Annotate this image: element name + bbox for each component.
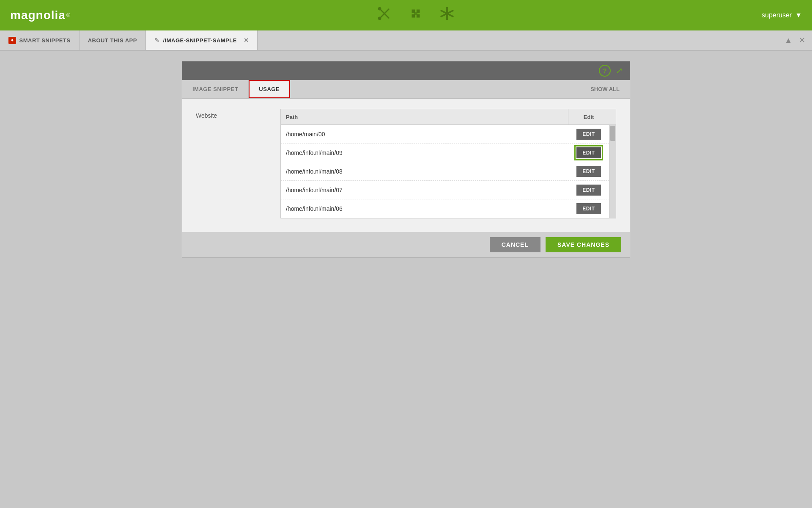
tab-about-this-app[interactable]: ABOUT THIS APP xyxy=(80,30,146,50)
top-bar: magnolia® xyxy=(0,0,812,30)
table-row: /home/info.nl/main/08 EDIT xyxy=(281,162,609,181)
tab-smart-snippets-label: SMART SNIPPETS xyxy=(19,37,71,44)
table-rows-container: /home/main/00 EDIT /home/info.nl/main/09… xyxy=(280,125,616,218)
table-section: Website Path Edit xyxy=(196,109,616,218)
collapse-icon[interactable]: ▲ xyxy=(785,36,792,45)
user-area[interactable]: superuser ▼ xyxy=(762,11,802,19)
edit-button-3[interactable]: EDIT xyxy=(576,185,601,196)
table-row: /home/main/00 EDIT xyxy=(281,125,609,144)
logo: magnolia® xyxy=(10,8,70,22)
form-footer: CANCEL SAVE CHANGES xyxy=(182,232,630,257)
logo-text: magnolia xyxy=(10,8,66,22)
tab-image-snippet-sample[interactable]: ✎ /IMAGE-SNIPPET-SAMPLE ✕ xyxy=(146,30,258,50)
logo-reg: ® xyxy=(66,12,70,18)
row-edit-cell-3: EDIT xyxy=(572,185,606,196)
table-container: Path Edit /home/main/00 xyxy=(280,109,616,218)
help-icon[interactable]: ? xyxy=(599,65,611,77)
tab-smart-snippets[interactable]: ✦ SMART SNIPPETS xyxy=(0,30,80,50)
edit-button-1[interactable]: EDIT xyxy=(576,147,601,158)
row-path-1: /home/info.nl/main/09 xyxy=(284,149,572,156)
tab-bar: ✦ SMART SNIPPETS ABOUT THIS APP ✎ /IMAGE… xyxy=(0,30,812,51)
row-edit-cell-2: EDIT xyxy=(572,166,606,177)
top-icons xyxy=(376,6,455,25)
tab-bar-actions: ▲ ✕ xyxy=(785,30,812,50)
inner-tab-bar: IMAGE SNIPPET USAGE SHOW ALL xyxy=(182,80,630,99)
pattern-icon[interactable] xyxy=(408,6,424,25)
table-rows: /home/main/00 EDIT /home/info.nl/main/09… xyxy=(281,125,609,218)
table-row: /home/info.nl/main/06 EDIT xyxy=(281,199,609,218)
table-website-label: Website xyxy=(196,109,280,218)
form-panel: ? ⤢ IMAGE SNIPPET USAGE SHOW ALL Website xyxy=(182,61,630,258)
tab-image-snippet[interactable]: IMAGE SNIPPET xyxy=(182,80,249,98)
pencil-icon: ✎ xyxy=(154,37,160,44)
user-dropdown-arrow: ▼ xyxy=(795,11,802,19)
save-changes-button[interactable]: SAVE CHANGES xyxy=(546,237,621,252)
username: superuser xyxy=(762,11,792,19)
row-edit-cell-4: EDIT xyxy=(572,203,606,214)
tab-show-all[interactable]: SHOW ALL xyxy=(580,80,630,98)
edit-button-2[interactable]: EDIT xyxy=(576,166,601,177)
panel-header: ? ⤢ xyxy=(182,61,630,80)
close-all-icon[interactable]: ✕ xyxy=(799,36,805,45)
table-row: /home/info.nl/main/07 EDIT xyxy=(281,181,609,199)
panel-content: Website Path Edit xyxy=(182,99,630,232)
expand-icon[interactable]: ⤢ xyxy=(616,66,623,76)
asterisk-icon[interactable] xyxy=(439,6,455,25)
tab-image-snippet-label: /IMAGE-SNIPPET-SAMPLE xyxy=(163,37,236,44)
scrollbar-thumb[interactable] xyxy=(610,126,615,141)
table-row: /home/info.nl/main/09 EDIT xyxy=(281,144,609,162)
tab-close-icon[interactable]: ✕ xyxy=(244,37,249,44)
row-edit-cell-0: EDIT xyxy=(572,129,606,140)
row-path-2: /home/info.nl/main/08 xyxy=(284,168,572,175)
tab-usage[interactable]: USAGE xyxy=(249,80,290,98)
table-scrollbar[interactable] xyxy=(609,125,616,218)
row-path-3: /home/info.nl/main/07 xyxy=(284,187,572,193)
tab-about-label: ABOUT THIS APP xyxy=(88,37,137,44)
snippets-tag-icon: ✦ xyxy=(8,37,16,44)
edit-button-0[interactable]: EDIT xyxy=(576,129,601,140)
svg-point-0 xyxy=(378,7,381,11)
row-path-0: /home/main/00 xyxy=(284,131,572,138)
scissors-icon[interactable] xyxy=(376,6,392,25)
edit-column-header: Edit xyxy=(584,114,594,120)
cancel-button[interactable]: CANCEL xyxy=(490,237,540,252)
row-path-4: /home/info.nl/main/06 xyxy=(284,205,572,212)
path-column-header: Path xyxy=(286,114,298,120)
svg-rect-6 xyxy=(414,12,418,15)
row-edit-cell-1: EDIT xyxy=(572,147,606,158)
svg-point-1 xyxy=(378,17,381,20)
main-area: ? ⤢ IMAGE SNIPPET USAGE SHOW ALL Website xyxy=(0,51,812,508)
edit-button-4[interactable]: EDIT xyxy=(576,203,601,214)
